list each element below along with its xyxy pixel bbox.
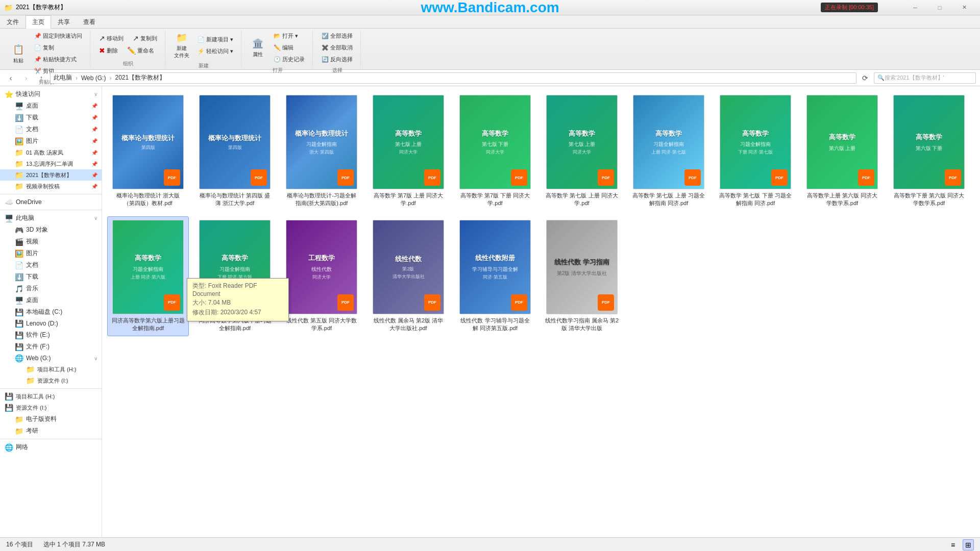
up-button[interactable]: ↑	[35, 71, 48, 85]
sidebar-item-documents[interactable]: 📄 文档 📌	[0, 123, 102, 135]
file-item-12[interactable]: 高等数学 习题全解指南 下册 同济·第六版 PDF 同济高等数学第六版下册习题全…	[194, 216, 276, 336]
sidebar-item-docs[interactable]: 📄 文档	[0, 259, 102, 271]
file-item-5[interactable]: 高等数学 第七版 下册 同济大学 PDF 高等数学 第7版 下册 同济大学.pd…	[454, 91, 536, 211]
file-item-1[interactable]: 概率论与数理统计 第四版 PDF 概率论与数理统计 浙大版（第四版）教材.pdf	[107, 91, 189, 211]
sidebar-item-d[interactable]: 💾 Lenovo (D:)	[0, 318, 102, 329]
tab-home[interactable]: 主页	[26, 15, 51, 29]
file-item-16[interactable]: 线性代数 学习指南 第2版 清华大学出版社 PDF 线性代数学习指南 属余马 第…	[541, 216, 623, 336]
file-name-11: 同济高等数学第六版上册习题全解指南.pdf	[111, 317, 185, 333]
sidebar-item-i[interactable]: 📁 资源文件 (I:)	[0, 375, 102, 386]
path-current: 2021【数学教材】	[115, 73, 165, 82]
copy-to-button[interactable]: ↗ 复制到	[129, 33, 161, 44]
dsk-label: 桌面	[26, 296, 38, 305]
divider4	[0, 439, 102, 439]
minimize-button[interactable]: ─	[903, 0, 927, 15]
paste-button[interactable]: 📋 粘贴	[7, 39, 30, 68]
back-button[interactable]: ‹	[4, 71, 17, 85]
sidebar-item-pics[interactable]: 🖼️ 图片	[0, 247, 102, 259]
large-icons-view-button[interactable]: ⊞	[963, 539, 974, 550]
sidebar-item-pictures[interactable]: 🖼️ 图片 📌	[0, 135, 102, 147]
new-item-button[interactable]: 📄 新建项目 ▾	[194, 34, 237, 45]
file-item-13[interactable]: 工程数学 线性代数 同济大学 PDF 线性代数 第五版 同济大学数学系.pdf	[281, 216, 362, 336]
current-folder-label: 2021【数学教材】	[26, 171, 72, 179]
edit-button[interactable]: ✏️ 编辑	[270, 42, 308, 53]
file-item-11[interactable]: 高等数学 习题全解指南 上册 同济·第六版 PDF 同济高等数学第六版上册习题全…	[107, 216, 189, 336]
deselect-all-button[interactable]: ✖️ 全部取消	[318, 42, 356, 53]
new-folder-button[interactable]: 📁 新建文件夹	[170, 31, 193, 60]
file-item-14[interactable]: 线性代数 第2版 清华大学出版社 PDF 线性代数 属余马 第2版 清华大学出版…	[368, 216, 449, 336]
rename-button[interactable]: ✏️ 重命名	[124, 45, 158, 56]
sidebar-item-videos[interactable]: 🎬 视频	[0, 236, 102, 247]
ribbon-group-new: 📁 新建文件夹 📄 新建项目 ▾ ⚡ 轻松访问 ▾ 新建	[166, 31, 241, 67]
sidebar-item-kaoyan[interactable]: 📁 考研	[0, 425, 102, 437]
sidebar-item-downloads[interactable]: ⬇️ 下载 📌	[0, 112, 102, 123]
clipboard-buttons: 📋 粘贴 📌 固定到快速访问 📄 复制 📌 粘贴快捷方式 ✂️ 剪切	[7, 31, 86, 77]
file-item-6[interactable]: 高等数学 第七版 上册 同济大学 PDF 高等数学 第七版 上册 同济大学.pd…	[541, 91, 623, 211]
paste-shortcut-button[interactable]: 📌 粘贴快捷方式	[31, 54, 86, 65]
copy-button[interactable]: 📄 复制	[31, 42, 86, 53]
search-box[interactable]: 🔍 搜索'2021【数学教材】'	[874, 72, 976, 84]
move-to-button[interactable]: ↗ 移动到	[95, 33, 127, 44]
maximize-button[interactable]: □	[928, 0, 951, 15]
sidebar-item-3d[interactable]: 🎮 3D 对象	[0, 224, 102, 236]
file-name-1: 概率论与数理统计 浙大版（第四版）教材.pdf	[111, 192, 185, 208]
sidebar-item-c[interactable]: 💾 本地磁盘 (C:)	[0, 306, 102, 318]
easy-access-button[interactable]: ⚡ 轻松访问 ▾	[194, 46, 237, 57]
sidebar-item-this-pc[interactable]: 🖥️ 此电脑 ∨	[0, 212, 102, 224]
sidebar-item-folder2[interactable]: 📁 13.忘调序列二单调 📌	[0, 158, 102, 169]
pdf-badge-3: PDF	[337, 169, 354, 186]
d-label: Lenovo (D:)	[26, 320, 58, 327]
sidebar-item-f[interactable]: 💾 文件 (F:)	[0, 341, 102, 353]
properties-button[interactable]: 🏛️ 属性	[247, 33, 269, 63]
sidebar-item-h[interactable]: 📁 项目和工具 (H:)	[0, 364, 102, 375]
file-item-9[interactable]: 高等数学 第六版 上册 PDF 高等数学上册 第六版 同济大学数学系.pdf	[801, 91, 883, 211]
forward-button[interactable]: ›	[19, 71, 33, 85]
open-button[interactable]: 📂 打开 ▾	[270, 31, 308, 41]
file-item-4[interactable]: 高等数学 第七版 上册 同济大学 PDF 高等数学 第7版 上册 同济大学.pd…	[368, 91, 449, 211]
tab-share[interactable]: 共享	[51, 15, 77, 28]
file-name-13: 线性代数 第五版 同济大学数学系.pdf	[284, 317, 359, 333]
sidebar-item-folder1[interactable]: 📁 01 高数 汤家凤 📌	[0, 147, 102, 158]
sidebar-item-dl[interactable]: ⬇️ 下载	[0, 271, 102, 283]
sidebar-item-quick-access[interactable]: ⭐ 快速访问 ∨	[0, 88, 102, 100]
sidebar-item-onedrive[interactable]: ☁️ OneDrive	[0, 196, 102, 208]
history-button[interactable]: 🕐 历史记录	[270, 54, 308, 65]
sidebar-item-dsk[interactable]: 🖥️ 桌面	[0, 294, 102, 306]
delete-button[interactable]: ✖ 删除	[95, 45, 121, 56]
sidebar-item-g[interactable]: 🌐 Web (G:) ∨	[0, 353, 102, 364]
sidebar-item-network[interactable]: 🌐 网络	[0, 441, 102, 453]
file-item-10[interactable]: 高等数学 第六版 下册 PDF 高等数学下册 第六版 同济大学数学系.pdf	[888, 91, 970, 211]
status-bar: 16 个项目 选中 1 个项目 7.37 MB ≡ ⊞	[0, 537, 980, 551]
sidebar-item-current-folder[interactable]: 📁 2021【数学教材】 📌	[0, 169, 102, 181]
file-item-2[interactable]: 概率论与数理统计 第四版 PDF 概率论与数理统计 第四版 盛薄 浙江大学.pd…	[194, 91, 276, 211]
details-view-button[interactable]: ≡	[947, 539, 959, 550]
select-all-button[interactable]: ☑️ 全部选择	[318, 31, 356, 41]
pdf-badge-7: PDF	[684, 169, 701, 186]
music-label: 音乐	[26, 284, 38, 293]
f-icon: 💾	[14, 343, 23, 351]
sidebar-item-video[interactable]: 📁 视频录制投稿 📌	[0, 181, 102, 192]
file-cover-14: 线性代数 第2版 清华大学出版社 PDF	[373, 220, 444, 314]
file-item-7[interactable]: 高等数学 习题全解指南 上册 同济·第七版 PDF 高等数学 第七版 上册 习题…	[628, 91, 709, 211]
g-label: Web (G:)	[26, 355, 51, 362]
tab-file[interactable]: 文件	[0, 15, 26, 28]
file-item-3[interactable]: 概率论与数理统计 习题全解指南 浙大·第四版 PDF 概率论与数理统计-习题全解…	[281, 91, 362, 211]
sidebar-item-music[interactable]: 🎵 音乐	[0, 283, 102, 294]
refresh-button[interactable]: ⟳	[859, 71, 872, 85]
invert-selection-button[interactable]: 🔄 反向选择	[318, 54, 356, 65]
address-path[interactable]: 此电脑 › Web (G:) › 2021【数学教材】	[50, 72, 856, 84]
sidebar-item-desktop[interactable]: 🖥️ 桌面 📌	[0, 100, 102, 112]
file-item-15[interactable]: 线性代数附册 学习辅导与习题全解 同济·第五版 PDF 线性代数 学习辅导与习题…	[454, 216, 536, 336]
documents-icon: 📄	[14, 126, 23, 134]
pin-quickaccess-button[interactable]: 📌 固定到快速访问	[31, 31, 86, 41]
sidebar-item-e[interactable]: 💾 软件 (E:)	[0, 329, 102, 341]
tab-view[interactable]: 查看	[77, 15, 102, 28]
selected-info: 选中 1 个项目 7.37 MB	[43, 540, 105, 549]
ebook-label: 电子版资料	[26, 415, 57, 423]
close-button[interactable]: ✕	[952, 0, 976, 15]
sidebar-item-project-tools[interactable]: 💾 项目和工具 (H:)	[0, 391, 102, 402]
sidebar-item-ebook[interactable]: 📁 电子版资料	[0, 413, 102, 425]
pdf-badge-11: PDF	[164, 294, 180, 311]
sidebar-item-resources[interactable]: 💾 资源文件 (I:)	[0, 402, 102, 413]
file-item-8[interactable]: 高等数学 习题全解指南 下册 同济·第七版 PDF 高等数学 第七版 下册 习题…	[715, 91, 796, 211]
